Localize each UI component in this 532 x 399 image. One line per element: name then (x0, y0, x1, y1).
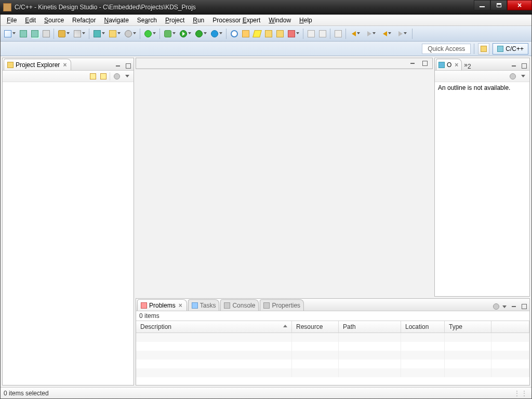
build-button[interactable] (57, 29, 71, 39)
profile-button[interactable] (209, 29, 224, 39)
print-button[interactable] (41, 29, 51, 39)
project-explorer-body[interactable] (3, 82, 134, 385)
column-description[interactable]: Description (136, 321, 292, 332)
table-row[interactable] (136, 368, 529, 377)
column-path[interactable]: Path (339, 321, 401, 332)
task-icon (276, 30, 284, 37)
outline-tab[interactable]: O × (436, 59, 462, 70)
save-button[interactable] (18, 29, 29, 39)
table-row[interactable] (136, 360, 529, 368)
maximize-view-button[interactable] (124, 62, 132, 70)
problems-summary: 0 items (136, 311, 529, 321)
menu-window[interactable]: Window (264, 16, 295, 25)
column-resource[interactable]: Resource (292, 321, 339, 332)
collapse-all-button[interactable] (89, 72, 97, 81)
new-icon (4, 30, 11, 37)
statusbar: 0 items selected ⋮⋮ (1, 387, 531, 398)
tab-label: Console (232, 302, 255, 309)
menu-edit[interactable]: Edit (21, 16, 40, 25)
maximize-editor-button[interactable] (421, 59, 429, 68)
tab-properties[interactable]: Properties (260, 299, 304, 311)
menu-run[interactable]: Run (189, 16, 208, 25)
tab-console[interactable]: Console (220, 299, 259, 311)
open-type-button[interactable] (263, 29, 274, 39)
menu-file[interactable]: File (3, 16, 21, 25)
save-all-icon (31, 30, 38, 37)
perspective-label: C/C++ (506, 45, 524, 52)
minimize-editor-button[interactable] (408, 59, 417, 68)
view-filter-button[interactable] (113, 72, 121, 81)
titlebar[interactable]: C/C++ - Kinetis Design Studio - C\Embedd… (0, 0, 532, 15)
search-button[interactable] (229, 29, 240, 39)
project-explorer-tab[interactable]: Project Explorer × (4, 59, 71, 70)
column-type[interactable]: Type (445, 321, 491, 332)
tab-tasks[interactable]: Tasks (188, 299, 220, 311)
toggle-block-button[interactable] (317, 29, 328, 39)
nav-forward-button[interactable] (395, 29, 410, 39)
new-button[interactable] (3, 29, 17, 39)
save-all-button[interactable] (30, 29, 40, 39)
separator (474, 44, 475, 54)
minimize-view-button[interactable] (510, 302, 518, 311)
new-c-class-button[interactable] (92, 29, 107, 39)
build-config-button[interactable] (72, 29, 87, 39)
table-row[interactable] (136, 342, 529, 351)
table-row[interactable] (136, 351, 529, 360)
skip-breakpoints-button[interactable] (241, 29, 251, 39)
new-c-file-button[interactable] (123, 29, 138, 39)
menu-search[interactable]: Search (133, 16, 161, 25)
flash-icon (252, 30, 262, 37)
separator (226, 29, 227, 39)
debug-button[interactable] (163, 29, 177, 39)
toggle-mark-button[interactable] (306, 29, 316, 39)
close-icon[interactable]: × (62, 61, 68, 69)
view-menu-button[interactable] (500, 302, 509, 311)
perspective-c-cpp[interactable]: C/C++ (493, 43, 528, 55)
separator (54, 29, 55, 39)
close-icon[interactable]: × (454, 61, 459, 69)
pin-button[interactable] (333, 29, 343, 39)
open-task-button[interactable] (275, 29, 285, 39)
minimize-view-button[interactable] (510, 62, 518, 70)
menu-project[interactable]: Project (161, 16, 189, 25)
refresh-button[interactable] (143, 29, 157, 39)
menu-help[interactable]: Help (295, 16, 316, 25)
nav-back-button[interactable] (380, 29, 394, 39)
run-button[interactable] (178, 29, 193, 39)
tab-problems[interactable]: Problems × (137, 299, 187, 311)
collapse-icon (90, 73, 96, 79)
menu-navigate[interactable]: Navigate (100, 16, 132, 25)
column-location[interactable]: Location (401, 321, 445, 332)
minimize-button[interactable] (474, 0, 490, 10)
view-menu-button[interactable] (123, 72, 131, 81)
workbench: Project Explorer × (1, 56, 531, 387)
quick-access-field[interactable]: Quick Access (422, 44, 471, 54)
problems-filter-button[interactable] (492, 302, 500, 311)
maximize-button[interactable] (490, 0, 507, 10)
menu-processor-expert[interactable]: Processor Expert (208, 16, 264, 25)
close-button[interactable]: × (507, 0, 532, 10)
link-editor-button[interactable] (99, 72, 108, 81)
maximize-view-button[interactable] (520, 62, 528, 70)
problems-table[interactable]: Description Resource Path Location Type (136, 321, 529, 385)
hidden-tabs-indicator[interactable]: »2 (462, 61, 473, 70)
run-last-button[interactable] (194, 29, 208, 39)
outline-filter-button[interactable] (509, 72, 517, 81)
brush-icon (288, 30, 295, 37)
menu-source[interactable]: Source (40, 16, 68, 25)
resize-grip[interactable]: ⋮⋮ (514, 390, 528, 397)
project-explorer-view: Project Explorer × (2, 58, 134, 385)
view-menu-button[interactable] (519, 72, 527, 81)
close-icon[interactable]: × (178, 302, 183, 309)
minimize-view-button[interactable] (114, 62, 122, 70)
maximize-view-button[interactable] (520, 302, 528, 311)
menu-refactor[interactable]: Refactor (68, 16, 100, 25)
open-perspective-button[interactable] (478, 43, 489, 55)
brush-button[interactable] (286, 29, 301, 39)
forward-button[interactable] (364, 29, 379, 39)
flash-button[interactable] (252, 29, 262, 39)
new-c-folder-button[interactable] (108, 29, 122, 39)
table-row[interactable] (136, 333, 529, 342)
editor-area[interactable] (136, 58, 433, 69)
back-button[interactable] (349, 29, 363, 39)
